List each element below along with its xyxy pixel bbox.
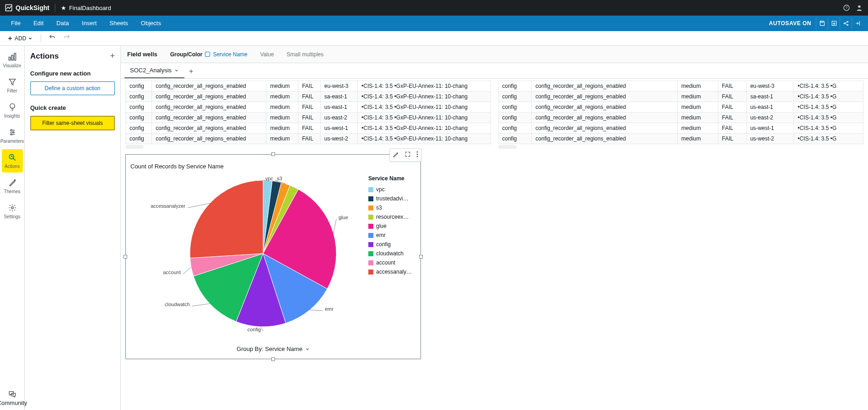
chart-title: Count of Records by Service Name	[130, 163, 416, 170]
legend-item[interactable]: trustedadvi…	[368, 195, 416, 202]
legend-item[interactable]: glue	[368, 223, 416, 229]
sidebar-item-community[interactable]: Community	[2, 386, 23, 410]
legend-item[interactable]: s3	[368, 205, 416, 211]
table-row[interactable]: configconfig_recorder_all_regions_enable…	[498, 123, 863, 134]
export-icon[interactable]	[828, 17, 840, 29]
user-icon[interactable]	[855, 4, 863, 12]
define-custom-action-button[interactable]: Define a custom action	[30, 81, 115, 95]
more-icon[interactable]	[415, 150, 419, 160]
menu-file[interactable]: File	[5, 16, 27, 31]
legend-item[interactable]: account	[368, 259, 416, 266]
actions-icon	[8, 153, 17, 162]
expand-icon[interactable]	[404, 150, 412, 160]
sidebar-item-filter[interactable]: Filter	[2, 74, 23, 97]
sidebar-item-themes[interactable]: Themes	[2, 174, 23, 198]
configure-label: Configure new action	[30, 70, 115, 77]
left-sidebar: Visualize Filter Insights Parameters Act…	[0, 46, 25, 410]
legend-swatch	[368, 251, 373, 256]
star-icon[interactable]: ★	[61, 5, 66, 11]
table-row[interactable]: configconfig_recorder_all_regions_enable…	[126, 81, 491, 92]
fieldwell-group[interactable]: Group/Color Service Name	[170, 51, 248, 58]
parameters-icon	[8, 128, 17, 137]
menu-objects[interactable]: Objects	[135, 16, 167, 31]
edit-icon[interactable]	[392, 150, 400, 160]
visual-table-left[interactable]: configconfig_recorder_all_regions_enable…	[125, 81, 491, 149]
menubar: File Edit Data Insert Sheets Objects AUT…	[0, 16, 868, 31]
resize-handle[interactable]	[419, 255, 423, 259]
svg-point-3	[858, 5, 860, 8]
legend-swatch	[368, 196, 373, 201]
h-scrollbar[interactable]	[125, 145, 144, 149]
legend-swatch	[368, 242, 373, 247]
svg-point-18	[417, 154, 418, 155]
legend-item[interactable]: accessanaly…	[368, 269, 416, 275]
publish-icon[interactable]	[852, 17, 863, 29]
visual-table-right[interactable]: configconfig_recorder_all_regions_enable…	[498, 81, 864, 149]
svg-line-22	[334, 219, 336, 233]
pie-chart-canvas[interactable]: vpcs3glueemrconfigcloudwatchaccountacces…	[130, 173, 368, 343]
legend-item[interactable]: vpc	[368, 186, 416, 193]
svg-rect-10	[11, 55, 13, 60]
field-type-icon	[205, 52, 210, 57]
redo-button[interactable]	[61, 32, 72, 44]
resize-handle[interactable]	[124, 255, 127, 259]
fieldwell-value[interactable]: Value	[260, 51, 274, 58]
svg-rect-11	[14, 54, 16, 60]
sidebar-item-insights[interactable]: Insights	[2, 99, 23, 122]
sidebar-item-parameters[interactable]: Parameters	[2, 124, 23, 147]
table-row[interactable]: configconfig_recorder_all_regions_enable…	[126, 134, 491, 144]
resize-handle[interactable]	[271, 357, 275, 361]
undo-button[interactable]	[47, 32, 58, 44]
quicksight-logo[interactable]: QuickSight	[5, 4, 49, 12]
slice-label: account	[163, 270, 181, 275]
themes-icon	[8, 178, 17, 187]
help-icon[interactable]: ?	[842, 4, 851, 12]
table-row[interactable]: configconfig_recorder_all_regions_enable…	[126, 123, 491, 134]
sidebar-item-actions[interactable]: Actions	[2, 149, 23, 173]
filter-same-sheet-button[interactable]: Filter same-sheet visuals	[30, 116, 115, 130]
share-icon[interactable]	[840, 17, 852, 29]
sidebar-item-settings[interactable]: Settings	[2, 200, 23, 223]
svg-point-17	[417, 151, 418, 153]
legend-item[interactable]: resourceex…	[368, 214, 416, 220]
resize-handle[interactable]	[271, 152, 275, 156]
legend-item[interactable]: config	[368, 241, 416, 248]
fieldwell-smallmult[interactable]: Small multiples	[287, 51, 324, 58]
groupby-label[interactable]: Group By: Service Name	[130, 345, 416, 352]
quickcreate-label: Quick create	[30, 104, 115, 111]
menu-insert[interactable]: Insert	[75, 16, 103, 31]
h-scrollbar[interactable]	[498, 145, 517, 149]
slice-label: s3	[277, 176, 282, 181]
svg-line-24	[261, 327, 263, 331]
svg-line-25	[192, 304, 210, 306]
svg-point-19	[417, 156, 418, 157]
pie-slice-accessanalyzer[interactable]	[190, 180, 263, 258]
table-row[interactable]: configconfig_recorder_all_regions_enable…	[126, 113, 491, 123]
table-row[interactable]: configconfig_recorder_all_regions_enable…	[126, 92, 491, 102]
menu-sheets[interactable]: Sheets	[103, 16, 134, 31]
table-row[interactable]: configconfig_recorder_all_regions_enable…	[498, 134, 863, 144]
field-wells-bar[interactable]: Field wells Group/Color Service Name Val…	[121, 46, 868, 63]
table-row[interactable]: configconfig_recorder_all_regions_enable…	[498, 92, 863, 102]
add-button[interactable]: ADD	[5, 34, 35, 43]
table-row[interactable]: configconfig_recorder_all_regions_enable…	[498, 102, 863, 113]
dashboard-name[interactable]: FinalDashboard	[69, 5, 111, 11]
legend-swatch	[368, 187, 373, 192]
legend-swatch	[368, 224, 373, 229]
filter-icon	[8, 77, 17, 86]
visual-pie-chart[interactable]: Count of Records by Service Name vpcs3gl…	[125, 154, 421, 359]
autosave-status[interactable]: AUTOSAVE ON	[769, 20, 811, 27]
sheet-tab-soc2[interactable]: SOC2_Analysis	[124, 63, 184, 78]
menu-data[interactable]: Data	[50, 16, 75, 31]
add-sheet-button[interactable]: +	[184, 65, 198, 78]
table-row[interactable]: configconfig_recorder_all_regions_enable…	[498, 113, 863, 123]
menu-edit[interactable]: Edit	[27, 16, 50, 31]
sidebar-item-visualize[interactable]: Visualize	[2, 49, 23, 72]
save-icon[interactable]	[816, 17, 828, 29]
table-row[interactable]: configconfig_recorder_all_regions_enable…	[498, 81, 863, 92]
slice-label: emr	[325, 306, 334, 312]
legend-item[interactable]: emr	[368, 232, 416, 238]
legend-item[interactable]: cloudwatch	[368, 250, 416, 257]
add-action-button[interactable]: +	[110, 51, 115, 61]
table-row[interactable]: configconfig_recorder_all_regions_enable…	[126, 102, 491, 113]
